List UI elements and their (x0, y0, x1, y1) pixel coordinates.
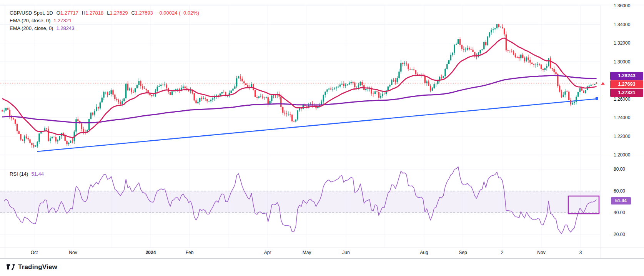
legend-ema20-row[interactable]: EMA (20, close, 0)1.27321 (10, 17, 199, 25)
price-tick-label: 1.24000 (614, 115, 630, 120)
time-tick-label: Nov (69, 250, 77, 255)
ema20-value: 1.27321 (53, 18, 72, 23)
time-tick-label: Aug (420, 250, 428, 255)
ohlc-pair: H1.27818 (82, 10, 103, 16)
ohlc-pair: O1.27717 (57, 10, 78, 16)
time-tick-label: Nov (537, 250, 545, 255)
legend-symbol-row[interactable]: GBP/USD Spot, 1DO1.27717H1.27818L1.27629… (10, 9, 199, 17)
chart-canvas[interactable] (0, 0, 644, 276)
ohlc-values: O1.27717H1.27818L1.27629C1.27693 (53, 10, 153, 16)
price-tick-label: 1.20000 (614, 152, 630, 158)
ohlc-pair: C1.27693 (131, 10, 153, 16)
indicator-legend: GBP/USD Spot, 1DO1.27717H1.27818L1.27629… (10, 9, 199, 32)
price-tick-label: 1.36000 (614, 3, 630, 8)
legend-ema200-row[interactable]: EMA (200, close, 0)1.28243 (10, 25, 199, 32)
time-tick-label: Sep (459, 250, 467, 255)
symbol-title: GBP/USD Spot, 1D (10, 10, 53, 16)
rsi-tick-label: 80.00 (614, 166, 625, 172)
time-tick-label: Feb (186, 250, 194, 255)
rsi-tick-label: 20.00 (614, 232, 625, 237)
rsi-tick-label: 60.00 (614, 188, 625, 194)
brand-wordmark: TradingView (18, 263, 57, 271)
ema200-label: EMA (200, close, 0) (10, 25, 53, 31)
ohlc-pair: L1.27629 (107, 10, 128, 16)
price-badge: 1.28243 (610, 72, 643, 80)
tradingview-logo-icon (6, 263, 15, 271)
time-tick-label: Apr (264, 250, 271, 255)
time-tick-label: 2 (501, 250, 504, 255)
ema20-label: EMA (20, close, 0) (10, 18, 50, 23)
price-tick-label: 1.34000 (614, 22, 630, 27)
rsi-tick-label: 40.00 (614, 210, 625, 215)
price-badge: 1.27321 (610, 89, 643, 97)
rsi-value: 51.44 (31, 171, 44, 177)
price-tick-label: 1.32000 (614, 40, 630, 46)
time-tick-label: 2024 (146, 250, 156, 255)
price-tick-label: 1.30000 (614, 59, 630, 65)
rsi-badge: 51.44 (611, 197, 631, 205)
time-tick-label: Oct (31, 250, 38, 255)
price-tick-label: 1.22000 (614, 134, 630, 139)
trendline-handle[interactable] (596, 97, 598, 100)
brand-footer[interactable]: TradingView (6, 262, 57, 273)
chart-window: GBP/USD Spot, 1DO1.27717H1.27818L1.27629… (0, 0, 644, 276)
price-badge: 1.27693 (610, 80, 643, 88)
ema200-value: 1.28243 (56, 25, 74, 31)
time-tick-label: 3 (579, 250, 582, 255)
time-tick-label: Jun (342, 250, 349, 255)
legend-rsi-row[interactable]: RSI (14)51.44 (10, 171, 44, 177)
time-tick-label: May (303, 250, 311, 255)
price-change: −0.00024 (−0.02%) (156, 10, 199, 16)
price-tick-label: 1.26000 (614, 96, 630, 102)
rsi-label: RSI (14) (10, 171, 28, 177)
